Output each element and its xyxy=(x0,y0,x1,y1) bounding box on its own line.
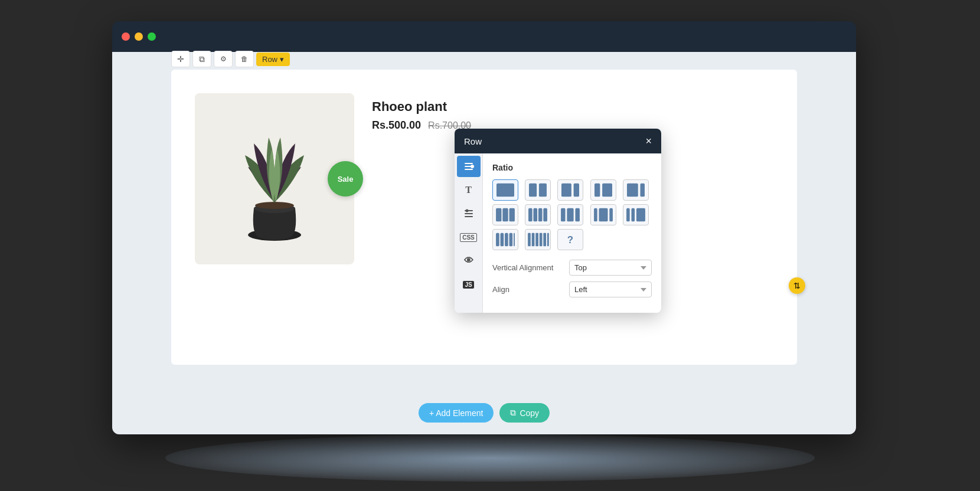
svg-rect-27 xyxy=(561,208,566,222)
add-element-button[interactable]: + Add Element xyxy=(419,403,494,423)
sale-badge-text: Sale xyxy=(338,175,354,184)
panel-title: Row xyxy=(464,136,482,146)
svg-rect-6 xyxy=(465,169,473,170)
vertical-alignment-select[interactable]: Top Middle Bottom xyxy=(569,260,652,276)
browser-window: ✛ ⧉ ⚙ 🗑 Row ▾ xyxy=(112,21,856,434)
svg-rect-26 xyxy=(544,208,548,222)
ratio-grid: ? xyxy=(492,179,652,250)
sale-badge: Sale xyxy=(328,161,363,197)
delete-button[interactable]: 🗑 xyxy=(235,51,254,67)
panel-body: T CSS xyxy=(455,153,661,313)
trash-icon: 🗑 xyxy=(241,55,248,63)
tab-visibility[interactable]: 👁 xyxy=(457,250,481,271)
ratio-2col-equal[interactable] xyxy=(525,179,551,201)
settings-button[interactable]: ⚙ xyxy=(214,51,233,67)
ratio-3col-narrow[interactable] xyxy=(525,204,551,225)
svg-rect-24 xyxy=(534,208,538,222)
ratio-2col-right-wider[interactable] xyxy=(590,179,616,201)
svg-rect-14 xyxy=(561,184,571,197)
add-element-label: + Add Element xyxy=(429,408,483,418)
panel-close-button[interactable]: × xyxy=(645,136,652,146)
traffic-lights xyxy=(122,32,156,41)
copy-button[interactable]: ⧉ Copy xyxy=(499,403,550,423)
svg-rect-38 xyxy=(505,233,508,247)
ratio-3col-equal[interactable] xyxy=(492,204,518,225)
minimize-button[interactable] xyxy=(135,32,143,41)
maximize-button[interactable] xyxy=(148,32,156,41)
copy-icon-small: ⧉ xyxy=(510,408,516,418)
svg-rect-39 xyxy=(509,233,513,247)
row-button[interactable]: Row ▾ xyxy=(256,53,290,66)
svg-rect-37 xyxy=(501,233,504,247)
tab-advanced[interactable] xyxy=(457,203,481,224)
ratio-3col-side[interactable] xyxy=(590,204,616,225)
tab-typography[interactable]: T xyxy=(457,179,481,201)
svg-point-5 xyxy=(471,165,474,168)
duplicate-button[interactable]: ⧉ xyxy=(192,51,211,67)
svg-rect-43 xyxy=(535,233,538,247)
svg-rect-12 xyxy=(529,184,537,197)
bottom-action-buttons: + Add Element ⧉ Copy xyxy=(419,403,550,423)
align-label: Align xyxy=(492,285,569,294)
svg-rect-34 xyxy=(631,208,635,222)
vertical-alignment-row: Vertical Alignment Top Middle Bottom xyxy=(492,260,652,276)
copy-label: Copy xyxy=(520,408,539,418)
svg-rect-21 xyxy=(502,208,508,222)
ratio-label: Ratio xyxy=(492,163,652,172)
duplicate-icon: ⧉ xyxy=(199,54,205,64)
ratio-3col-alt[interactable] xyxy=(623,204,649,225)
align-select[interactable]: Left Center Right xyxy=(569,281,652,297)
edge-expand-button[interactable]: ⇅ xyxy=(789,277,805,294)
editor-canvas: ✛ ⧉ ⚙ 🗑 Row ▾ xyxy=(171,70,797,365)
tab-layout[interactable] xyxy=(457,156,481,177)
svg-rect-36 xyxy=(496,233,499,247)
add-icon: ✛ xyxy=(177,54,184,64)
svg-text:?: ? xyxy=(567,234,573,245)
svg-rect-13 xyxy=(539,184,547,197)
shadow-ellipse xyxy=(165,434,815,482)
product-info: Rhoeo plant Rs.500.00 Rs.700.00 xyxy=(372,93,471,132)
svg-rect-29 xyxy=(576,208,580,222)
price-current: Rs.500.00 xyxy=(372,119,421,132)
ratio-2col-left-wider[interactable] xyxy=(557,179,583,201)
tab-css[interactable]: CSS xyxy=(457,227,481,248)
settings-icon: ⚙ xyxy=(220,55,227,63)
ratio-custom[interactable]: ? xyxy=(557,229,583,250)
vertical-alignment-label: Vertical Alignment xyxy=(492,263,569,272)
expand-icon: ⇅ xyxy=(793,281,801,290)
svg-rect-45 xyxy=(544,233,547,247)
eye-icon: 👁 xyxy=(464,256,473,266)
svg-rect-46 xyxy=(547,233,549,247)
row-dropdown-arrow: ▾ xyxy=(280,55,284,64)
svg-rect-18 xyxy=(627,184,638,197)
svg-rect-25 xyxy=(538,208,543,222)
plant-image xyxy=(215,102,334,256)
svg-rect-3 xyxy=(465,163,473,164)
svg-rect-20 xyxy=(496,208,501,222)
svg-rect-15 xyxy=(574,184,579,197)
close-button[interactable] xyxy=(122,32,130,41)
svg-rect-28 xyxy=(567,208,574,222)
css-icon: CSS xyxy=(460,233,477,242)
row-label: Row xyxy=(262,55,277,64)
ratio-4col[interactable] xyxy=(492,229,518,250)
panel-header: Row × xyxy=(455,129,661,153)
panel-content: Ratio xyxy=(483,153,661,313)
svg-rect-44 xyxy=(540,233,543,247)
add-element-icon[interactable]: ✛ xyxy=(171,51,190,67)
svg-rect-16 xyxy=(594,184,600,197)
svg-point-2 xyxy=(255,202,294,209)
ratio-3col-mid-wider[interactable] xyxy=(557,204,583,225)
ratio-2col-narrow-right[interactable] xyxy=(623,179,649,201)
svg-rect-22 xyxy=(509,208,515,222)
tab-js[interactable]: JS xyxy=(457,274,481,295)
product-image-wrapper: Sale xyxy=(195,93,354,264)
svg-rect-10 xyxy=(465,216,473,217)
svg-rect-23 xyxy=(528,208,533,222)
ratio-1col[interactable] xyxy=(492,179,518,201)
svg-rect-40 xyxy=(514,233,515,247)
title-bar xyxy=(112,21,856,52)
ratio-5col[interactable] xyxy=(525,229,551,250)
svg-rect-41 xyxy=(528,233,531,247)
js-icon: JS xyxy=(463,281,473,289)
